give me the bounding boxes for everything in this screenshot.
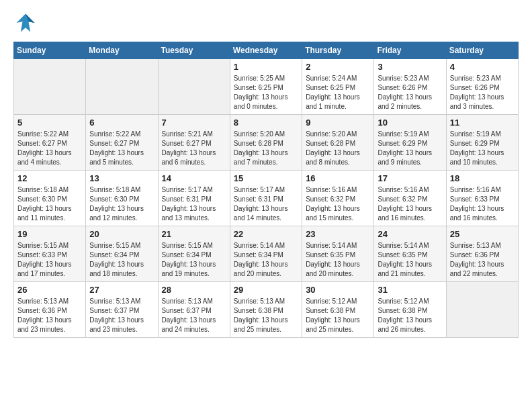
cell-content: Sunrise: 5:14 AMSunset: 6:34 PMDaylight:…	[234, 241, 298, 279]
day-number: 21	[162, 229, 226, 239]
cell-content: Sunrise: 5:19 AMSunset: 6:29 PMDaylight:…	[378, 130, 442, 167]
calendar-cell: 5Sunrise: 5:22 AMSunset: 6:27 PMDaylight…	[14, 115, 86, 171]
cell-content: Sunrise: 5:13 AMSunset: 6:37 PMDaylight:…	[162, 297, 226, 334]
calendar-cell: 9Sunrise: 5:20 AMSunset: 6:28 PMDaylight…	[302, 115, 374, 171]
cell-content: Sunrise: 5:15 AMSunset: 6:33 PMDaylight:…	[17, 241, 82, 279]
day-number: 11	[450, 118, 515, 128]
calendar-cell: 31Sunrise: 5:12 AMSunset: 6:38 PMDayligh…	[374, 282, 446, 338]
cell-content: Sunrise: 5:20 AMSunset: 6:28 PMDaylight:…	[234, 130, 298, 167]
calendar-cell: 25Sunrise: 5:13 AMSunset: 6:36 PMDayligh…	[446, 226, 518, 282]
weekday-header-friday: Friday	[374, 42, 446, 59]
weekday-header-thursday: Thursday	[302, 42, 374, 59]
calendar-cell: 14Sunrise: 5:17 AMSunset: 6:31 PMDayligh…	[158, 171, 230, 226]
cell-content: Sunrise: 5:18 AMSunset: 6:30 PMDaylight:…	[89, 185, 154, 223]
calendar-cell: 12Sunrise: 5:18 AMSunset: 6:30 PMDayligh…	[14, 171, 86, 226]
cell-content: Sunrise: 5:12 AMSunset: 6:38 PMDaylight:…	[378, 297, 442, 334]
day-number: 30	[306, 285, 370, 295]
logo	[13, 11, 42, 35]
calendar-week-row: 12Sunrise: 5:18 AMSunset: 6:30 PMDayligh…	[14, 171, 519, 226]
day-number: 29	[234, 285, 298, 295]
cell-content: Sunrise: 5:16 AMSunset: 6:33 PMDaylight:…	[450, 185, 515, 223]
day-number: 31	[378, 285, 442, 295]
cell-content: Sunrise: 5:16 AMSunset: 6:32 PMDaylight:…	[306, 185, 370, 223]
weekday-header-wednesday: Wednesday	[230, 42, 302, 59]
day-number: 23	[306, 229, 370, 239]
calendar-cell: 3Sunrise: 5:23 AMSunset: 6:26 PMDaylight…	[374, 59, 446, 115]
calendar-cell: 26Sunrise: 5:13 AMSunset: 6:36 PMDayligh…	[14, 282, 86, 338]
day-number: 22	[234, 229, 298, 239]
cell-content: Sunrise: 5:13 AMSunset: 6:38 PMDaylight:…	[234, 297, 298, 334]
calendar-cell: 30Sunrise: 5:12 AMSunset: 6:38 PMDayligh…	[302, 282, 374, 338]
cell-content: Sunrise: 5:23 AMSunset: 6:26 PMDaylight:…	[450, 74, 515, 111]
calendar-cell: 20Sunrise: 5:15 AMSunset: 6:34 PMDayligh…	[86, 226, 158, 282]
cell-content: Sunrise: 5:24 AMSunset: 6:25 PMDaylight:…	[306, 74, 370, 111]
day-number: 19	[17, 229, 82, 239]
svg-marker-0	[17, 14, 35, 32]
cell-content: Sunrise: 5:13 AMSunset: 6:37 PMDaylight:…	[89, 297, 154, 334]
day-number: 7	[162, 118, 226, 128]
day-number: 26	[17, 285, 82, 295]
day-number: 20	[89, 229, 154, 239]
calendar-cell: 23Sunrise: 5:14 AMSunset: 6:35 PMDayligh…	[302, 226, 374, 282]
cell-content: Sunrise: 5:22 AMSunset: 6:27 PMDaylight:…	[89, 130, 154, 167]
cell-content: Sunrise: 5:14 AMSunset: 6:35 PMDaylight:…	[306, 241, 370, 279]
logo-icon	[13, 11, 38, 35]
day-number: 24	[378, 229, 442, 239]
page: SundayMondayTuesdayWednesdayThursdayFrid…	[0, 0, 532, 349]
cell-content: Sunrise: 5:15 AMSunset: 6:34 PMDaylight:…	[162, 241, 226, 279]
calendar-cell	[158, 59, 230, 115]
day-number: 3	[378, 62, 442, 72]
calendar-week-row: 19Sunrise: 5:15 AMSunset: 6:33 PMDayligh…	[14, 226, 519, 282]
calendar-cell: 28Sunrise: 5:13 AMSunset: 6:37 PMDayligh…	[158, 282, 230, 338]
day-number: 25	[450, 229, 515, 239]
day-number: 5	[17, 118, 82, 128]
cell-content: Sunrise: 5:13 AMSunset: 6:36 PMDaylight:…	[17, 297, 82, 334]
day-number: 4	[450, 62, 515, 72]
calendar-cell: 6Sunrise: 5:22 AMSunset: 6:27 PMDaylight…	[86, 115, 158, 171]
day-number: 1	[234, 62, 298, 72]
day-number: 15	[234, 173, 298, 183]
calendar-cell	[86, 59, 158, 115]
cell-content: Sunrise: 5:23 AMSunset: 6:26 PMDaylight:…	[378, 74, 442, 111]
calendar-week-row: 5Sunrise: 5:22 AMSunset: 6:27 PMDaylight…	[14, 115, 519, 171]
cell-content: Sunrise: 5:13 AMSunset: 6:36 PMDaylight:…	[450, 241, 515, 279]
day-number: 6	[89, 118, 154, 128]
day-number: 28	[162, 285, 226, 295]
cell-content: Sunrise: 5:21 AMSunset: 6:27 PMDaylight:…	[162, 130, 226, 167]
cell-content: Sunrise: 5:16 AMSunset: 6:32 PMDaylight:…	[378, 185, 442, 223]
calendar-cell: 17Sunrise: 5:16 AMSunset: 6:32 PMDayligh…	[374, 171, 446, 226]
day-number: 8	[234, 118, 298, 128]
weekday-header-tuesday: Tuesday	[158, 42, 230, 59]
calendar-cell: 27Sunrise: 5:13 AMSunset: 6:37 PMDayligh…	[86, 282, 158, 338]
calendar-cell: 19Sunrise: 5:15 AMSunset: 6:33 PMDayligh…	[14, 226, 86, 282]
day-number: 16	[306, 173, 370, 183]
cell-content: Sunrise: 5:22 AMSunset: 6:27 PMDaylight:…	[17, 130, 82, 167]
cell-content: Sunrise: 5:19 AMSunset: 6:29 PMDaylight:…	[450, 130, 515, 167]
cell-content: Sunrise: 5:20 AMSunset: 6:28 PMDaylight:…	[306, 130, 370, 167]
calendar-cell: 7Sunrise: 5:21 AMSunset: 6:27 PMDaylight…	[158, 115, 230, 171]
day-number: 14	[162, 173, 226, 183]
day-number: 9	[306, 118, 370, 128]
calendar-week-row: 1Sunrise: 5:25 AMSunset: 6:25 PMDaylight…	[14, 59, 519, 115]
header	[13, 11, 519, 35]
calendar-cell: 10Sunrise: 5:19 AMSunset: 6:29 PMDayligh…	[374, 115, 446, 171]
day-number: 2	[306, 62, 370, 72]
cell-content: Sunrise: 5:18 AMSunset: 6:30 PMDaylight:…	[17, 185, 82, 223]
calendar-cell: 29Sunrise: 5:13 AMSunset: 6:38 PMDayligh…	[230, 282, 302, 338]
day-number: 27	[89, 285, 154, 295]
cell-content: Sunrise: 5:15 AMSunset: 6:34 PMDaylight:…	[89, 241, 154, 279]
calendar-cell: 21Sunrise: 5:15 AMSunset: 6:34 PMDayligh…	[158, 226, 230, 282]
day-number: 12	[17, 173, 82, 183]
calendar-cell	[446, 282, 518, 338]
cell-content: Sunrise: 5:17 AMSunset: 6:31 PMDaylight:…	[162, 185, 226, 223]
calendar-cell: 13Sunrise: 5:18 AMSunset: 6:30 PMDayligh…	[86, 171, 158, 226]
calendar-cell: 8Sunrise: 5:20 AMSunset: 6:28 PMDaylight…	[230, 115, 302, 171]
cell-content: Sunrise: 5:14 AMSunset: 6:35 PMDaylight:…	[378, 241, 442, 279]
calendar-cell: 16Sunrise: 5:16 AMSunset: 6:32 PMDayligh…	[302, 171, 374, 226]
cell-content: Sunrise: 5:17 AMSunset: 6:31 PMDaylight:…	[234, 185, 298, 223]
day-number: 18	[450, 173, 515, 183]
calendar-cell: 15Sunrise: 5:17 AMSunset: 6:31 PMDayligh…	[230, 171, 302, 226]
calendar-cell: 1Sunrise: 5:25 AMSunset: 6:25 PMDaylight…	[230, 59, 302, 115]
weekday-header-saturday: Saturday	[446, 42, 518, 59]
day-number: 13	[89, 173, 154, 183]
